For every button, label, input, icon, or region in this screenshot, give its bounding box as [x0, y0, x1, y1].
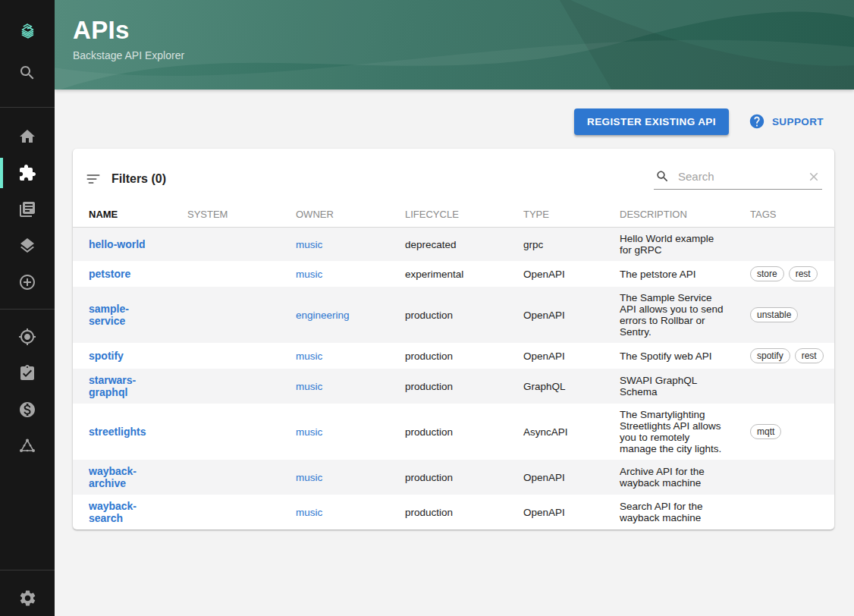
owner-link[interactable]: engineering	[296, 310, 350, 321]
type-cell: grpc	[523, 228, 620, 262]
sidebar-item-docs[interactable]	[0, 191, 55, 228]
api-name-link[interactable]: hello-world	[89, 238, 146, 250]
tags-cell: unstable	[750, 287, 834, 343]
card-toolbar: Filters (0)	[73, 149, 834, 201]
api-name-link[interactable]: wayback-search	[89, 500, 137, 524]
api-name-link[interactable]: sample-service	[89, 303, 129, 327]
column-header-name[interactable]: NAME	[73, 201, 187, 228]
support-button[interactable]: SUPPORT	[749, 113, 824, 130]
dollar-monetization-icon	[18, 401, 36, 419]
api-name-link[interactable]: spotify	[89, 350, 124, 362]
lifecycle-cell: production	[405, 460, 523, 495]
sidebar-item-settings[interactable]	[0, 580, 55, 616]
description-cell: The Smartylighting Streetlights API allo…	[620, 404, 750, 460]
graphql-icon	[18, 437, 36, 455]
system-cell	[187, 460, 296, 495]
sidebar-item-graphiql[interactable]	[0, 428, 55, 464]
column-header-type[interactable]: TYPE	[523, 201, 620, 228]
table-header-row: NAME SYSTEM OWNER LIFECYCLE TYPE DESCRIP…	[73, 201, 834, 228]
system-cell	[187, 495, 296, 530]
table-row: streetlights music production AsyncAPI T…	[73, 404, 834, 460]
sidebar-item-home[interactable]	[0, 118, 55, 155]
owner-link[interactable]: music	[296, 426, 322, 438]
column-header-system[interactable]: SYSTEM	[187, 201, 296, 228]
owner-link[interactable]: music	[296, 239, 322, 250]
description-cell: Hello World example for gRPC	[620, 228, 750, 262]
page-subtitle: Backstage API Explorer	[73, 49, 854, 61]
system-cell	[187, 228, 296, 262]
description-cell: Search API for the wayback machine	[620, 495, 750, 530]
column-header-description[interactable]: DESCRIPTION	[620, 201, 750, 228]
tag-chip: rest	[795, 348, 824, 363]
description-cell: SWAPI GraphQL Schema	[620, 369, 750, 404]
system-cell	[187, 261, 296, 287]
page-header: APIs Backstage API Explorer	[55, 0, 854, 90]
filter-icon	[86, 171, 101, 187]
table-row: sample-service engineering production Op…	[73, 287, 834, 343]
gear-icon	[18, 589, 37, 608]
filters-toggle[interactable]: Filters (0)	[86, 171, 166, 187]
api-table: NAME SYSTEM OWNER LIFECYCLE TYPE DESCRIP…	[73, 201, 834, 530]
table-row: wayback-search music production OpenAPI …	[73, 495, 834, 530]
add-circle-icon	[18, 273, 36, 291]
page-title: APIs	[73, 17, 854, 44]
sidebar-item-create[interactable]	[0, 264, 55, 300]
api-name-link[interactable]: wayback-archive	[89, 465, 137, 489]
description-cell: The petstore API	[620, 261, 750, 287]
backstage-logo[interactable]	[0, 8, 55, 55]
sidebar-item-search[interactable]	[0, 55, 55, 91]
type-cell: GraphQL	[523, 369, 620, 404]
owner-link[interactable]: music	[296, 507, 322, 518]
owner-link[interactable]: music	[296, 350, 322, 362]
column-header-tags[interactable]: TAGS	[750, 201, 834, 228]
api-name-link[interactable]: starwars-graphql	[89, 374, 136, 398]
search-icon	[18, 64, 36, 82]
sidebar-item-catalog[interactable]	[0, 228, 55, 264]
owner-link[interactable]: music	[296, 472, 322, 483]
backstage-logo-icon	[16, 20, 39, 42]
sidebar-item-tasks[interactable]	[0, 355, 55, 391]
system-cell	[187, 287, 296, 343]
library-docs-icon	[18, 200, 36, 218]
clear-search-icon[interactable]	[807, 170, 821, 184]
tag-chip: rest	[789, 266, 818, 281]
type-cell: OpenAPI	[523, 287, 620, 343]
owner-link[interactable]: music	[296, 269, 322, 280]
sidebar-divider	[0, 107, 55, 108]
table-row: spotify music production OpenAPI The Spo…	[73, 343, 834, 369]
sidebar-divider	[0, 309, 55, 310]
sidebar-item-apis[interactable]	[0, 155, 55, 191]
lifecycle-cell: production	[405, 404, 523, 460]
lifecycle-cell: production	[405, 343, 523, 369]
api-name-link[interactable]: streetlights	[89, 426, 146, 438]
register-existing-api-button[interactable]: REGISTER EXISTING API	[574, 108, 729, 135]
search-input[interactable]	[677, 169, 800, 184]
api-name-link[interactable]: petstore	[89, 268, 130, 280]
lifecycle-cell: production	[405, 369, 523, 404]
sidebar-item-explore[interactable]	[0, 319, 55, 355]
tag-chip: store	[750, 266, 784, 281]
sidebar-item-costs[interactable]	[0, 391, 55, 428]
tags-cell	[750, 495, 834, 530]
description-cell: The Spotify web API	[620, 343, 750, 369]
api-table-body: hello-world music deprecated grpc Hello …	[73, 228, 834, 530]
type-cell: OpenAPI	[523, 261, 620, 287]
column-header-lifecycle[interactable]: LIFECYCLE	[405, 201, 523, 228]
my-location-icon	[18, 328, 36, 346]
column-header-owner[interactable]: OWNER	[296, 201, 405, 228]
filters-label: Filters (0)	[111, 172, 166, 186]
tag-chip: unstable	[750, 307, 798, 322]
puzzle-extension-icon	[18, 164, 36, 182]
lifecycle-cell: production	[405, 495, 523, 530]
content-toolbar: REGISTER EXISTING API SUPPORT	[55, 106, 824, 137]
home-icon	[18, 127, 36, 146]
tag-chip: mqtt	[750, 424, 781, 439]
sidebar-divider	[0, 570, 55, 570]
support-label: SUPPORT	[772, 116, 824, 127]
owner-link[interactable]: music	[296, 381, 322, 392]
description-cell: The Sample Service API allows you to sen…	[620, 287, 750, 343]
system-cell	[187, 404, 296, 460]
tags-cell: storerest	[750, 261, 834, 287]
sidebar	[0, 0, 55, 616]
assignment-check-icon	[18, 364, 36, 382]
